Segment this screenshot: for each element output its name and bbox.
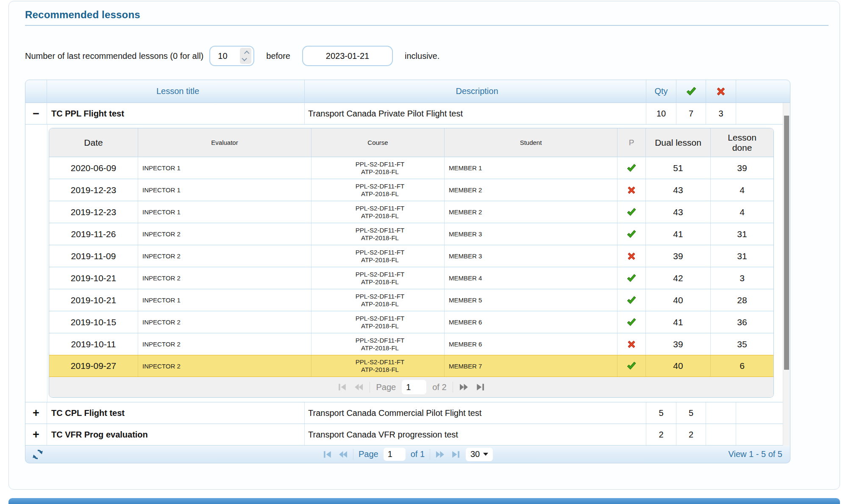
- evaluation-row[interactable]: 2019-12-23 INPECTOR 1 PPL-S2-DF11-FT ATP…: [49, 179, 773, 201]
- evaluation-row[interactable]: 2019-10-21 INPECTOR 2 PPL-S2-DF11-FT ATP…: [49, 267, 773, 289]
- course-line: PPL-S2-DF11-FT: [356, 205, 405, 212]
- page-of-label: of 1: [411, 449, 425, 459]
- prev-page-icon[interactable]: [338, 450, 348, 459]
- x-icon: [715, 86, 726, 97]
- lesson-done-cell: 3: [711, 267, 773, 289]
- subgrid-container: Date Evaluator Course Student P Dual les…: [25, 125, 790, 402]
- spinner-down-icon[interactable]: [242, 56, 248, 61]
- lesson-title: TC PPL Flight test: [51, 109, 124, 119]
- fail-icon: [626, 185, 637, 195]
- qty-column-header[interactable]: Qty: [646, 80, 676, 102]
- evaluation-row-selected[interactable]: 2019-09-27 INPECTOR 2 PPL-S2-DF11-FT ATP…: [49, 355, 773, 377]
- pass-icon: [626, 361, 637, 371]
- lesson-done-cell: 4: [711, 201, 773, 223]
- p-cell: [617, 267, 646, 289]
- evaluation-row[interactable]: 2019-10-21 INPECTOR 1 PPL-S2-DF11-FT ATP…: [49, 289, 773, 311]
- page-title: Recommended lessons: [25, 9, 140, 21]
- lesson-title-column-header[interactable]: Lesson title: [47, 80, 305, 102]
- evaluator-cell: INPECTOR 2: [138, 267, 311, 289]
- p-column-header[interactable]: P: [617, 128, 646, 157]
- student-cell: MEMBER 4: [445, 267, 617, 289]
- description-column-header[interactable]: Description: [305, 80, 646, 102]
- lesson-description: Transport Canada VFR progression test: [308, 430, 458, 440]
- before-date-input[interactable]: [302, 46, 393, 66]
- course-line: PPL-S2-DF11-FT: [356, 315, 405, 322]
- dual-lesson-cell: 41: [646, 223, 711, 245]
- first-page-icon[interactable]: [337, 383, 348, 391]
- expander-column-header: [25, 80, 47, 102]
- evaluation-row[interactable]: 2019-10-15 INPECTOR 2 PPL-S2-DF11-FT ATP…: [49, 311, 773, 333]
- dual-lesson-column-header[interactable]: Dual lesson: [646, 128, 711, 157]
- pass-icon: [626, 229, 637, 239]
- page-of-label: of 2: [432, 382, 446, 392]
- student-column-header[interactable]: Student: [445, 128, 617, 157]
- expand-button[interactable]: +: [33, 407, 39, 419]
- evaluation-row[interactable]: 2019-12-23 INPECTOR 1 PPL-S2-DF11-FT ATP…: [49, 201, 773, 223]
- lesson-done-cell: 31: [711, 223, 773, 245]
- scrollbar-thumb[interactable]: [784, 116, 789, 370]
- failed-column-header[interactable]: [706, 80, 736, 102]
- lesson-done-cell: 4: [711, 179, 773, 201]
- student-cell: MEMBER 5: [445, 289, 617, 311]
- course-line: PPL-S2-DF11-FT: [356, 161, 405, 168]
- dual-lesson-cell: 39: [646, 245, 711, 267]
- qty-value: 5: [659, 408, 663, 418]
- course-line: PPL-S2-DF11-FT: [356, 227, 405, 234]
- evaluator-column-header[interactable]: Evaluator: [138, 128, 311, 157]
- page-size-value: 30: [470, 449, 480, 459]
- subgrid-pager: Page of 2: [49, 377, 773, 397]
- evaluation-row[interactable]: 2019-10-11 INPECTOR 2 PPL-S2-DF11-FT ATP…: [49, 333, 773, 355]
- course-line: ATP-2018-FL: [361, 212, 399, 220]
- course-cell: PPL-S2-DF11-FT ATP-2018-FL: [311, 289, 445, 311]
- course-column-header[interactable]: Course: [311, 128, 445, 157]
- vertical-scrollbar[interactable]: [783, 103, 790, 446]
- next-page-icon[interactable]: [459, 383, 469, 391]
- evaluation-row[interactable]: 2019-11-09 INPECTOR 2 PPL-S2-DF11-FT ATP…: [49, 245, 773, 267]
- student-cell: MEMBER 2: [445, 201, 617, 223]
- lesson-description: Transport Canada Private Pilot Flight te…: [308, 109, 463, 119]
- dual-lesson-cell: 40: [646, 289, 711, 311]
- prev-page-icon[interactable]: [353, 383, 364, 391]
- page-label: Page: [359, 449, 378, 459]
- p-cell: [617, 311, 646, 333]
- lessons-count-value[interactable]: 10: [218, 51, 240, 61]
- refresh-button[interactable]: [32, 449, 43, 460]
- lesson-row-tc-ppl[interactable]: − TC PPL Flight test Transport Canada Pr…: [25, 103, 790, 125]
- date-cell: 2019-11-09: [49, 245, 138, 267]
- lesson-done-cell: 28: [711, 289, 773, 311]
- passed-column-header[interactable]: [676, 80, 706, 102]
- first-page-icon[interactable]: [323, 450, 333, 459]
- evaluation-row[interactable]: 2019-11-26 INPECTOR 2 PPL-S2-DF11-FT ATP…: [49, 223, 773, 245]
- passed-value: 5: [689, 408, 693, 418]
- spinner-up-icon[interactable]: [244, 51, 250, 56]
- lesson-row-tc-cpl[interactable]: + TC CPL Flight test Transport Canada Co…: [25, 402, 790, 424]
- grid-body: − TC PPL Flight test Transport Canada Pr…: [25, 103, 790, 446]
- date-column-header[interactable]: Date: [49, 128, 138, 157]
- collapse-button[interactable]: −: [33, 108, 39, 119]
- expand-button[interactable]: +: [33, 429, 39, 440]
- lesson-done-column-header[interactable]: Lesson done: [711, 128, 773, 157]
- student-cell: MEMBER 6: [445, 311, 617, 333]
- last-page-icon[interactable]: [451, 450, 461, 459]
- page-size-select[interactable]: 30: [466, 448, 493, 461]
- date-cell: 2019-10-15: [49, 311, 138, 333]
- lesson-row-tc-vfr[interactable]: + TC VFR Prog evaluation Transport Canad…: [25, 424, 790, 446]
- lesson-done-cell: 39: [711, 157, 773, 179]
- pager-divider: [353, 449, 353, 460]
- next-page-icon[interactable]: [435, 450, 445, 459]
- fail-icon: [626, 339, 637, 349]
- grid-page-input[interactable]: [384, 448, 406, 461]
- course-line: ATP-2018-FL: [361, 256, 399, 264]
- grid-pager-controls: Page of 1 30: [323, 448, 493, 461]
- check-icon: [686, 86, 697, 97]
- last-page-icon[interactable]: [475, 383, 485, 391]
- subgrid-page-input[interactable]: [402, 380, 426, 394]
- course-line: PPL-S2-DF11-FT: [356, 358, 405, 366]
- course-line: ATP-2018-FL: [361, 190, 399, 198]
- page-label: Page: [376, 382, 396, 392]
- lessons-count-field[interactable]: 10: [209, 46, 254, 66]
- dual-lesson-cell: 41: [646, 311, 711, 333]
- evaluation-row[interactable]: 2020-06-09 INPECTOR 1 PPL-S2-DF11-FT ATP…: [49, 157, 773, 179]
- p-cell: [617, 289, 646, 311]
- count-spinner[interactable]: [240, 48, 251, 64]
